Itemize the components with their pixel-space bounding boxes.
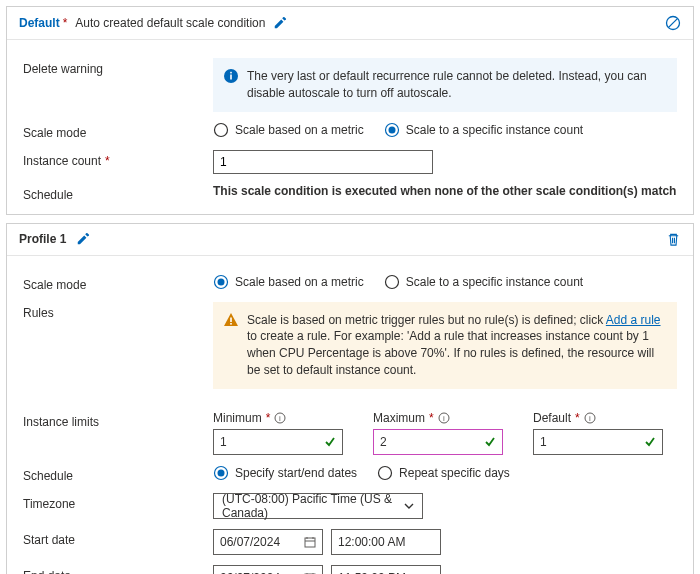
svg-point-9	[218, 278, 225, 285]
schedule-text: This scale condition is executed when no…	[213, 184, 677, 198]
start-date-label: Start date	[23, 529, 213, 547]
end-time-input[interactable]: 11:59:00 PM	[331, 565, 441, 574]
radio-off-icon	[377, 465, 393, 481]
start-date-input[interactable]: 06/07/2024	[213, 529, 323, 555]
radio-label: Scale to a specific instance count	[406, 123, 583, 137]
edit-icon[interactable]	[273, 16, 287, 30]
svg-point-20	[218, 469, 225, 476]
svg-text:i: i	[589, 414, 591, 423]
rules-label: Rules	[23, 302, 213, 320]
disable-icon[interactable]	[665, 15, 681, 31]
radio-off-icon	[384, 274, 400, 290]
check-icon	[484, 436, 496, 448]
chevron-down-icon	[404, 501, 414, 511]
info-icon[interactable]: i	[274, 412, 286, 424]
radio-on-icon	[384, 122, 400, 138]
radio-off-icon	[213, 122, 229, 138]
radio-label: Repeat specific days	[399, 466, 510, 480]
min-label: Minimum* i	[213, 411, 343, 425]
radio-repeat-days[interactable]: Repeat specific days	[377, 465, 510, 481]
instance-count-input[interactable]	[213, 150, 433, 174]
card-header: Profile 1	[7, 224, 693, 256]
card-subtitle: Auto created default scale condition	[75, 16, 265, 30]
card-title: Profile 1	[19, 232, 66, 246]
svg-point-7	[388, 126, 395, 133]
radio-label: Scale based on a metric	[235, 123, 364, 137]
rules-warning-box: Scale is based on metric trigger rules b…	[213, 302, 677, 389]
schedule-label: Schedule	[23, 465, 213, 483]
svg-rect-3	[230, 75, 232, 80]
svg-point-10	[385, 275, 398, 288]
delete-warning-text: The very last or default recurrence rule…	[247, 68, 667, 102]
svg-line-1	[669, 19, 678, 28]
radio-on-icon	[213, 465, 229, 481]
delete-warning-label: Delete warning	[23, 58, 213, 76]
info-icon[interactable]: i	[584, 412, 596, 424]
svg-rect-4	[230, 72, 232, 74]
radio-label: Scale to a specific instance count	[406, 275, 583, 289]
radio-label: Scale based on a metric	[235, 275, 364, 289]
maximum-input[interactable]: 2	[373, 429, 503, 455]
default-label: Default* i	[533, 411, 663, 425]
scale-mode-label: Scale mode	[23, 122, 213, 140]
schedule-label: Schedule	[23, 184, 213, 202]
timezone-select[interactable]: (UTC-08:00) Pacific Time (US & Canada)	[213, 493, 423, 519]
svg-rect-12	[230, 323, 232, 325]
add-rule-link[interactable]: Add a rule	[606, 313, 661, 327]
svg-text:i: i	[279, 414, 281, 423]
svg-rect-22	[305, 538, 315, 547]
radio-scale-metric[interactable]: Scale based on a metric	[213, 274, 364, 290]
check-icon	[324, 436, 336, 448]
end-date-input[interactable]: 06/07/2024	[213, 565, 323, 574]
edit-icon[interactable]	[76, 232, 90, 246]
info-icon	[223, 68, 239, 84]
card-title: Default	[19, 16, 60, 30]
delete-icon[interactable]	[666, 232, 681, 247]
info-icon[interactable]: i	[438, 412, 450, 424]
svg-rect-11	[230, 317, 232, 322]
timezone-label: Timezone	[23, 493, 213, 511]
max-label: Maximum* i	[373, 411, 503, 425]
end-date-label: End date	[23, 565, 213, 574]
svg-text:i: i	[443, 414, 445, 423]
svg-point-21	[379, 466, 392, 479]
calendar-icon	[304, 536, 316, 548]
start-time-input[interactable]: 12:00:00 AM	[331, 529, 441, 555]
check-icon	[644, 436, 656, 448]
profile-condition-card: Profile 1 Scale mode Scale based on a me…	[6, 223, 694, 574]
radio-scale-count[interactable]: Scale to a specific instance count	[384, 274, 583, 290]
delete-warning-box: The very last or default recurrence rule…	[213, 58, 677, 112]
scale-mode-label: Scale mode	[23, 274, 213, 292]
minimum-input[interactable]: 1	[213, 429, 343, 455]
radio-label: Specify start/end dates	[235, 466, 357, 480]
default-input[interactable]: 1	[533, 429, 663, 455]
required-marker: *	[63, 16, 68, 30]
rules-warning-text: Scale is based on metric trigger rules b…	[247, 312, 667, 379]
radio-scale-metric[interactable]: Scale based on a metric	[213, 122, 364, 138]
radio-on-icon	[213, 274, 229, 290]
default-condition-card: Default * Auto created default scale con…	[6, 6, 694, 215]
warning-icon	[223, 312, 239, 328]
card-header: Default * Auto created default scale con…	[7, 7, 693, 40]
radio-specify-dates[interactable]: Specify start/end dates	[213, 465, 357, 481]
instance-limits-label: Instance limits	[23, 411, 213, 429]
radio-scale-count[interactable]: Scale to a specific instance count	[384, 122, 583, 138]
svg-point-5	[215, 123, 228, 136]
instance-count-label: Instance count*	[23, 150, 213, 168]
